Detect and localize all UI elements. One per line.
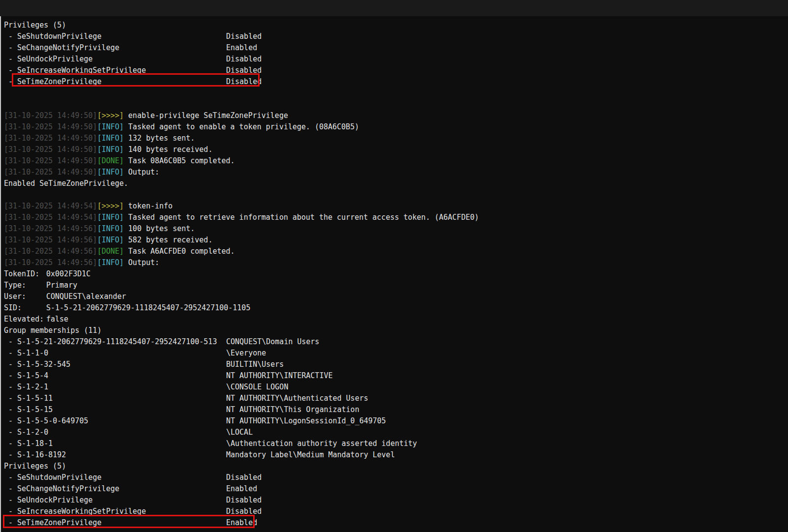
terminal-line-plain: Enabled SeTimeZonePrivilege. (4, 178, 788, 189)
terminal-line-group: -S-1-5-11NT AUTHORITY\Authenticated User… (4, 393, 788, 404)
terminal-line-priv: -SeTimeZonePrivilegeEnabled (4, 517, 788, 529)
privilege-status: Disabled (226, 31, 262, 42)
list-bullet: - (8, 336, 13, 348)
log-message: token-info (128, 201, 173, 212)
list-bullet: - (8, 517, 13, 529)
log-message: Output: (128, 257, 159, 268)
terminal-line-header: Privileges (5) (4, 20, 788, 31)
list-bullet: - (8, 404, 13, 415)
agent-console-output[interactable]: Privileges (5)-SeShutdownPrivilegeDisabl… (0, 16, 788, 532)
privilege-status: Disabled (226, 54, 262, 65)
log-message: enable-privilege SeTimeZonePrivilege (128, 110, 288, 121)
terminal-line-group: -S-1-5-5-0-649705NT AUTHORITY\LogonSessi… (4, 415, 788, 427)
log-timestamp: [31-10-2025 14:49:56] (4, 235, 97, 246)
log-tag-cmd: [>>>>] (97, 110, 124, 121)
privilege-status: Enabled (226, 42, 257, 54)
terminal-line-kv: SID:S-1-5-21-2062779629-1118245407-29524… (4, 302, 788, 314)
privilege-status: Enabled (226, 483, 257, 495)
group-sid: S-1-2-0 (17, 427, 48, 438)
privilege-status: Disabled (226, 506, 262, 517)
log-timestamp: [31-10-2025 14:49:56] (4, 223, 97, 235)
token-field-value: Primary (46, 280, 77, 291)
log-tag-info: [INFO] (97, 235, 124, 246)
terminal-line-group: -S-1-1-0\Everyone (4, 348, 788, 359)
privilege-name: SeIncreaseWorkingSetPrivilege (17, 506, 146, 517)
terminal-line-log: [31-10-2025 14:49:56][INFO]Output: (4, 257, 788, 268)
token-field-label: Elevated: (4, 314, 44, 325)
log-timestamp: [31-10-2025 14:49:50] (4, 110, 97, 121)
terminal-line-log: [31-10-2025 14:49:50][INFO]132 bytes sen… (4, 133, 788, 144)
log-tag-done: [DONE] (97, 246, 124, 257)
privilege-status: Disabled (226, 472, 262, 483)
section-header-text: Privileges (5) (4, 461, 66, 472)
list-bullet: - (8, 415, 13, 427)
group-sid: S-1-16-8192 (17, 449, 66, 461)
list-bullet: - (8, 348, 13, 359)
list-bullet: - (8, 427, 13, 438)
token-field-label: SID: (4, 302, 22, 314)
terminal-line-kv: Type:Primary (4, 280, 788, 291)
terminal-line-group: -S-1-5-21-2062779629-1118245407-29524271… (4, 336, 788, 348)
group-sid: S-1-5-11 (17, 393, 53, 404)
group-name: NT AUTHORITY\INTERACTIVE (226, 370, 333, 382)
list-bullet: - (8, 449, 13, 461)
terminal-line-group: -S-1-16-8192Mandatory Label\Medium Manda… (4, 449, 788, 461)
terminal-line-log: [31-10-2025 14:49:50][INFO]140 bytes rec… (4, 144, 788, 155)
log-timestamp: [31-10-2025 14:49:50] (4, 121, 97, 133)
terminal-line-blank (4, 99, 788, 110)
terminal-line-log: [31-10-2025 14:49:50][>>>>]enable-privil… (4, 110, 788, 121)
terminal-line-header: Group memberships (11) (4, 325, 788, 336)
token-field-value: S-1-5-21-2062779629-1118245407-295242710… (46, 302, 250, 314)
terminal-line-group: -S-1-18-1\Authentication authority asser… (4, 438, 788, 449)
log-timestamp: [31-10-2025 14:49:56] (4, 246, 97, 257)
group-sid: S-1-5-5-0-649705 (17, 415, 88, 427)
token-field-label: User: (4, 291, 26, 302)
log-timestamp: [31-10-2025 14:49:50] (4, 167, 97, 178)
terminal-line-log: [31-10-2025 14:49:56][INFO]100 bytes sen… (4, 223, 788, 235)
section-header-text: Privileges (5) (4, 20, 66, 31)
agent-session-titlebar: CONQUEST\alexander@CLIENT01.conquest.loc… (0, 0, 788, 16)
list-bullet: - (8, 42, 13, 54)
token-field-value: false (46, 314, 68, 325)
privilege-name: SeUndockPrivilege (17, 495, 93, 506)
list-bullet: - (8, 483, 13, 495)
log-message: 132 bytes sent. (128, 133, 195, 144)
privilege-name: SeShutdownPrivilege (17, 472, 102, 483)
group-sid: S-1-5-15 (17, 404, 53, 415)
log-timestamp: [31-10-2025 14:49:54] (4, 212, 97, 223)
privilege-status: Disabled (226, 65, 262, 76)
privilege-status: Enabled (226, 517, 257, 529)
terminal-line-log: [31-10-2025 14:49:50][INFO]Output: (4, 167, 788, 178)
terminal-line-group: -S-1-5-32-545BUILTIN\Users (4, 359, 788, 370)
group-name: NT AUTHORITY\LogonSessionId_0_649705 (226, 415, 386, 427)
log-tag-cmd: [>>>>] (97, 201, 124, 212)
log-tag-info: [INFO] (97, 223, 124, 235)
terminal-line-log: [31-10-2025 14:49:54][INFO]Tasked agent … (4, 212, 788, 223)
privilege-name: SeChangeNotifyPrivilege (17, 483, 119, 495)
terminal-line-kv: TokenID:0x002F3D1C (4, 268, 788, 280)
log-timestamp: [31-10-2025 14:49:54] (4, 201, 97, 212)
list-bullet: - (8, 506, 13, 517)
token-field-value: 0x002F3D1C (46, 268, 90, 280)
terminal-line-priv: -SeChangeNotifyPrivilegeEnabled (4, 42, 788, 54)
terminal-line-priv: -SeShutdownPrivilegeDisabled (4, 472, 788, 483)
terminal-line-priv: -SeShutdownPrivilegeDisabled (4, 31, 788, 42)
terminal-line-kv: User:CONQUEST\alexander (4, 291, 788, 302)
terminal-line-group: -S-1-5-4NT AUTHORITY\INTERACTIVE (4, 370, 788, 382)
group-name: NT AUTHORITY\This Organization (226, 404, 359, 415)
log-message: Task 08A6C0B5 completed. (128, 155, 235, 167)
group-name: \LOCAL (226, 427, 253, 438)
log-message: 140 bytes received. (128, 144, 213, 155)
privilege-status: Disabled (226, 76, 262, 88)
log-message: Output: (128, 167, 159, 178)
log-timestamp: [31-10-2025 14:49:56] (4, 257, 97, 268)
log-timestamp: [31-10-2025 14:49:50] (4, 144, 97, 155)
log-message: 100 bytes sent. (128, 223, 195, 235)
log-timestamp: [31-10-2025 14:49:50] (4, 155, 97, 167)
section-header-text: Group memberships (11) (4, 325, 102, 336)
log-timestamp: [31-10-2025 14:49:50] (4, 133, 97, 144)
log-message: Tasked agent to enable a token privilege… (128, 121, 359, 133)
token-field-value: CONQUEST\alexander (46, 291, 126, 302)
terminal-line-blank (4, 88, 788, 99)
log-tag-info: [INFO] (97, 144, 124, 155)
